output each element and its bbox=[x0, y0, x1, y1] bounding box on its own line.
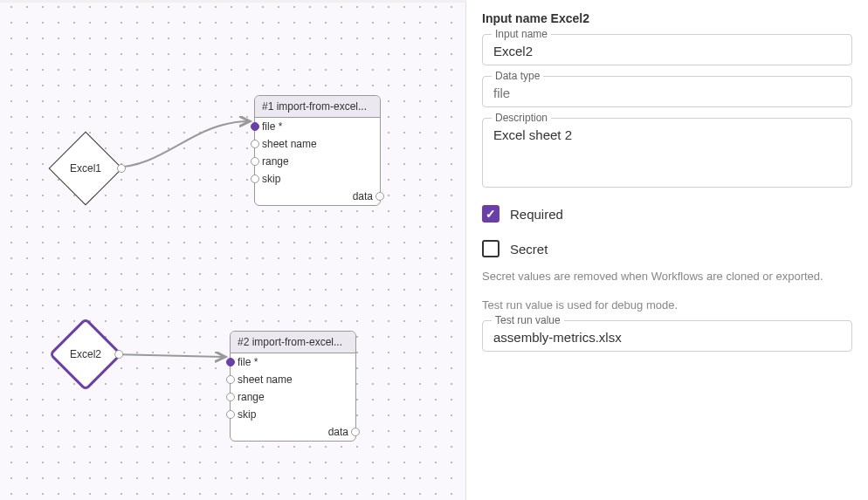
secret-help-text: Secret values are removed when Workflows… bbox=[482, 270, 852, 283]
port-row-skip[interactable]: skip bbox=[231, 406, 355, 423]
checkbox-label: Secret bbox=[510, 242, 548, 257]
port-row-sheet-name[interactable]: sheet name bbox=[231, 371, 355, 388]
input-port[interactable] bbox=[251, 122, 259, 131]
data-type-field[interactable] bbox=[493, 86, 841, 100]
port-row-skip[interactable]: skip bbox=[255, 170, 380, 188]
test-run-help-text: Test run value is used for debug mode. bbox=[482, 298, 852, 312]
input-port[interactable] bbox=[226, 358, 235, 366]
data-type-field-group: Data type bbox=[482, 76, 852, 107]
input-node-label: Excel1 bbox=[70, 162, 101, 175]
port-row-file[interactable]: file * bbox=[255, 118, 380, 135]
port-row-sheet-name[interactable]: sheet name bbox=[255, 135, 380, 153]
port-row-data[interactable]: data bbox=[231, 423, 355, 441]
field-label: Input name bbox=[492, 28, 551, 40]
port-row-file[interactable]: file * bbox=[231, 353, 355, 371]
description-field-group: Description Excel sheet 2 bbox=[482, 118, 852, 188]
output-port[interactable] bbox=[375, 192, 384, 201]
field-label: Data type bbox=[492, 70, 543, 82]
checkbox-label: Required bbox=[510, 207, 563, 222]
output-port[interactable] bbox=[114, 350, 123, 359]
input-port[interactable] bbox=[251, 175, 259, 183]
input-node-label: Excel2 bbox=[70, 348, 101, 360]
secret-checkbox-row: Secret bbox=[482, 240, 852, 257]
input-name-field[interactable] bbox=[493, 44, 841, 58]
output-port[interactable] bbox=[351, 428, 360, 436]
description-field[interactable]: Excel sheet 2 bbox=[493, 127, 841, 142]
output-port[interactable] bbox=[117, 164, 126, 173]
block-title: #2 import-from-excel... bbox=[231, 332, 355, 353]
input-port[interactable] bbox=[251, 140, 259, 148]
port-row-range[interactable]: range bbox=[255, 153, 380, 170]
test-run-value-field[interactable] bbox=[493, 330, 841, 345]
port-row-range[interactable]: range bbox=[231, 388, 355, 406]
required-checkbox-row: Required bbox=[482, 205, 852, 223]
secret-checkbox[interactable] bbox=[482, 240, 499, 257]
field-label: Description bbox=[492, 112, 551, 124]
input-name-field-group: Input name bbox=[482, 34, 852, 65]
input-port[interactable] bbox=[251, 157, 259, 166]
test-run-field-group: Test run value bbox=[482, 320, 852, 352]
properties-panel: Input name Excel2 Input name Data type D… bbox=[466, 0, 868, 500]
workflow-block-1[interactable]: #1 import-from-excel... file * sheet nam… bbox=[254, 95, 381, 206]
input-port[interactable] bbox=[226, 393, 235, 401]
required-checkbox[interactable] bbox=[482, 205, 499, 223]
port-row-data[interactable]: data bbox=[255, 188, 380, 205]
input-port[interactable] bbox=[226, 410, 235, 419]
block-title: #1 import-from-excel... bbox=[255, 96, 380, 118]
field-label: Test run value bbox=[492, 314, 564, 326]
workflow-block-2[interactable]: #2 import-from-excel... file * sheet nam… bbox=[230, 331, 356, 442]
input-port[interactable] bbox=[226, 375, 235, 384]
workflow-canvas[interactable]: Excel1 Excel2 #1 import-from-excel... fi… bbox=[0, 0, 466, 500]
